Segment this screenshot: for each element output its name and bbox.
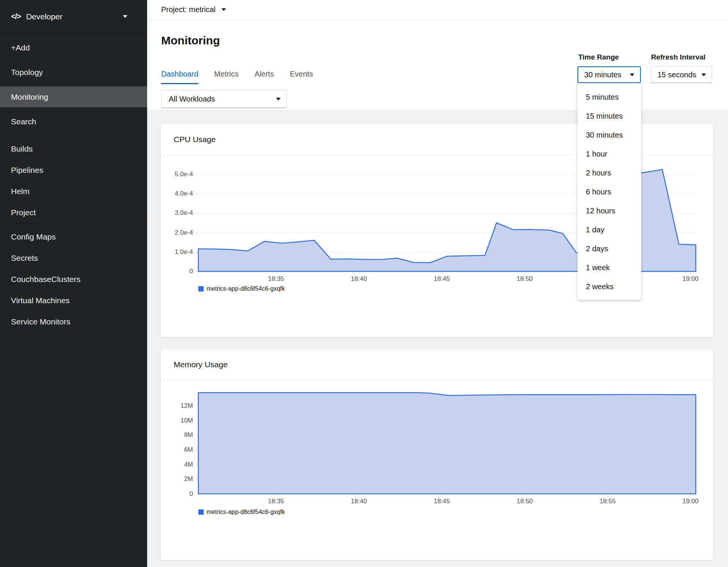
time-range-option-2-weeks[interactable]: 2 weeks xyxy=(577,277,641,296)
refresh-interval-select[interactable]: 15 seconds xyxy=(651,66,712,83)
project-dropdown[interactable]: Project: metrical xyxy=(161,5,226,14)
sidebar-item-builds[interactable]: Builds xyxy=(0,138,147,160)
nav-group-divider xyxy=(0,224,147,224)
y-axis-label: 5.0e-4 xyxy=(166,171,193,178)
page-title: Monitoring xyxy=(161,34,220,47)
x-axis-label: 18:45 xyxy=(425,498,459,505)
perspective-switcher[interactable]: </> Developer xyxy=(0,0,147,33)
x-axis-label: 18:55 xyxy=(590,498,624,505)
sidebar-item-helm[interactable]: Helm xyxy=(0,181,147,202)
caret-down-icon xyxy=(123,15,127,18)
tab-alerts[interactable]: Alerts xyxy=(254,70,274,84)
x-axis-label: 18:50 xyxy=(508,498,542,505)
time-range-value: 30 minutes xyxy=(584,70,621,79)
legend-marker xyxy=(198,286,204,291)
x-axis-label: 18:40 xyxy=(342,275,376,283)
caret-down-icon xyxy=(630,74,634,76)
x-axis-label: 19:00 xyxy=(673,498,708,505)
y-axis-label: 8M xyxy=(166,431,193,439)
sidebar-item-project[interactable]: Project xyxy=(0,202,147,223)
tab-metrics[interactable]: Metrics xyxy=(214,70,238,84)
y-axis-label: 12M xyxy=(166,402,193,410)
x-axis-label: 18:45 xyxy=(425,275,459,283)
memory-usage-chart: 12M10M8M6M4M2M018:3518:4018:4518:5018:55… xyxy=(161,381,713,560)
caret-down-icon xyxy=(276,98,281,100)
x-axis-label: 18:40 xyxy=(342,498,376,505)
sidebar-item-add[interactable]: +Add xyxy=(0,37,147,58)
memory-usage-card-title: Memory Usage xyxy=(161,349,713,380)
workload-filter-value: All Workloads xyxy=(169,95,215,103)
y-axis-tick xyxy=(195,174,198,175)
refresh-interval-value: 15 seconds xyxy=(657,70,696,79)
tab-dashboard[interactable]: Dashboard xyxy=(161,70,198,84)
time-range-option-15-minutes[interactable]: 15 minutes xyxy=(577,107,641,125)
time-range-option-12-hours[interactable]: 12 hours xyxy=(577,201,641,220)
legend-label: metrics-app-d8c6f54c6-gxqfk xyxy=(207,285,285,292)
time-range-option-6-hours[interactable]: 6 hours xyxy=(577,182,641,201)
workload-filter-select[interactable]: All Workloads xyxy=(161,90,287,108)
y-axis-tick xyxy=(195,213,198,213)
chart-legend: metrics-app-d8c6f54c6-gxqfk xyxy=(198,509,285,515)
memory-usage-area xyxy=(198,393,696,494)
y-axis-label: 4.0e-4 xyxy=(166,190,193,197)
memory-usage-card: Memory Usage 12M10M8M6M4M2M018:3518:4018… xyxy=(161,349,713,560)
time-range-option-5-minutes[interactable]: 5 minutes xyxy=(577,88,641,107)
refresh-interval-label: Refresh Interval xyxy=(651,53,706,61)
y-axis-label: 0 xyxy=(166,490,193,498)
y-axis-label: 6M xyxy=(166,446,193,454)
code-icon: </> xyxy=(11,12,21,21)
y-axis-label: 10M xyxy=(166,417,193,424)
memory-usage-plot xyxy=(198,387,696,494)
time-range-option-30-minutes[interactable]: 30 minutes xyxy=(577,125,641,144)
nav-group: Config MapsSecretsCouchbaseClustersVirtu… xyxy=(0,226,147,332)
sidebar-item-topology[interactable]: Topology xyxy=(0,62,147,83)
caret-down-icon xyxy=(701,74,706,76)
legend-label: metrics-app-d8c6f54c6-gxqfk xyxy=(207,509,285,515)
time-range-option-1-day[interactable]: 1 day xyxy=(577,220,641,239)
time-range-menu: 5 minutes15 minutes30 minutes1 hour2 hou… xyxy=(577,84,641,300)
y-axis-tick xyxy=(195,233,198,233)
y-axis-label: 2.0e-4 xyxy=(166,229,193,237)
topbar: Project: metrical xyxy=(147,0,728,20)
sidebar-item-virtual-machines[interactable]: Virtual Machines xyxy=(0,290,147,311)
nav-group: +AddTopologyMonitoringSearch xyxy=(0,33,147,132)
nav-group-divider xyxy=(0,136,147,136)
y-axis-label: 2M xyxy=(166,475,193,483)
x-axis-label: 19:00 xyxy=(673,275,708,283)
sidebar-item-config-maps[interactable]: Config Maps xyxy=(0,226,147,247)
time-range-select[interactable]: 30 minutes xyxy=(577,66,641,83)
tabs: DashboardMetricsAlertsEvents xyxy=(161,70,329,84)
time-range-option-1-hour[interactable]: 1 hour xyxy=(577,144,641,163)
y-axis-label: 3.0e-4 xyxy=(166,209,193,217)
x-axis-label: 18:50 xyxy=(508,275,542,283)
y-axis-label: 0 xyxy=(166,268,193,275)
app: </> Developer +AddTopologyMonitoringSear… xyxy=(0,0,728,567)
legend-marker xyxy=(198,509,204,515)
time-range-option-1-week[interactable]: 1 week xyxy=(577,258,641,277)
chart-legend: metrics-app-d8c6f54c6-gxqfk xyxy=(198,285,285,292)
sidebar-item-couchbaseclusters[interactable]: CouchbaseClusters xyxy=(0,269,147,290)
sidebar-nav: +AddTopologyMonitoringSearchBuildsPipeli… xyxy=(0,33,147,332)
nav-group: BuildsPipelinesHelmProject xyxy=(0,138,147,223)
sidebar-item-pipelines[interactable]: Pipelines xyxy=(0,160,147,181)
tab-events[interactable]: Events xyxy=(290,70,313,84)
x-axis-label: 18:35 xyxy=(259,498,293,505)
time-range-label: Time Range xyxy=(578,53,619,61)
project-dropdown-label: Project: metrical xyxy=(161,5,215,14)
x-axis-label: 18:35 xyxy=(259,275,293,283)
time-range-option-2-hours[interactable]: 2 hours xyxy=(577,163,641,182)
y-axis-label: 4M xyxy=(166,461,193,468)
caret-down-icon xyxy=(221,8,226,11)
sidebar-item-monitoring[interactable]: Monitoring xyxy=(0,86,147,107)
time-range-option-2-days[interactable]: 2 days xyxy=(577,239,641,258)
sidebar: </> Developer +AddTopologyMonitoringSear… xyxy=(0,0,147,567)
sidebar-item-search[interactable]: Search xyxy=(0,111,147,132)
y-axis-tick xyxy=(195,194,198,194)
y-axis-label: 1.0e-4 xyxy=(166,248,193,256)
sidebar-item-service-monitors[interactable]: Service Monitors xyxy=(0,311,147,332)
sidebar-item-secrets[interactable]: Secrets xyxy=(0,247,147,269)
perspective-label: Developer xyxy=(26,12,63,21)
